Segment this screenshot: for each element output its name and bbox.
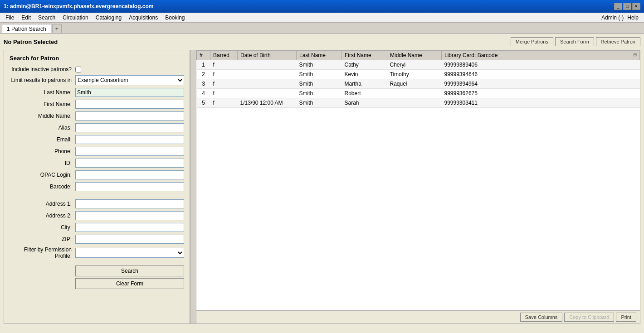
search-button[interactable]: Search	[75, 265, 184, 276]
results-area: # Barred Date of Birth Last Name First N…	[196, 50, 640, 310]
admin-menu[interactable]: Admin (-)	[601, 14, 624, 21]
cell-dob	[238, 89, 297, 98]
email-input[interactable]	[75, 135, 184, 144]
table-row[interactable]: 5 f 1/13/90 12:00 AM Smith Sarah 9999930…	[197, 98, 640, 108]
menu-acquisitions[interactable]: Acquisitions	[125, 14, 161, 22]
results-tbody: 1 f Smith Cathy Cheryl 99999389406 2 f S…	[197, 60, 640, 108]
clear-form-button[interactable]: Clear Form	[75, 278, 184, 289]
tab-bar: 1 Patron Search + ✕	[0, 23, 644, 34]
inactive-checkbox[interactable]	[75, 67, 81, 72]
copy-to-clipboard-button[interactable]: Copy to Clipboard	[564, 313, 614, 322]
form-row-last-name: Last Name:	[10, 88, 184, 97]
middle-name-input[interactable]	[75, 111, 184, 121]
form-row-barcode: Barcode:	[10, 182, 184, 191]
address1-input[interactable]	[75, 199, 184, 208]
main-content: No Patron Selected Merge Patrons Search …	[0, 34, 644, 333]
search-form-title: Search for Patron	[10, 55, 184, 62]
cell-num: 1	[197, 60, 210, 70]
permission-select[interactable]	[75, 248, 184, 258]
cell-num: 5	[197, 98, 210, 108]
cell-middlename	[387, 98, 442, 108]
table-row[interactable]: 1 f Smith Cathy Cheryl 99999389406	[197, 60, 640, 70]
window-controls: _ □ ✕	[614, 3, 640, 10]
col-header-middlename[interactable]: Middle Name	[387, 51, 442, 60]
id-input[interactable]	[75, 159, 184, 168]
table-row[interactable]: 3 f Smith Martha Raquel 99999394964	[197, 79, 640, 89]
cell-firstname: Martha	[342, 79, 387, 89]
label-last-name: Last Name:	[10, 89, 75, 96]
form-row-id: ID:	[10, 159, 184, 168]
cell-barcode: 99999394646	[442, 70, 640, 79]
cell-barred: f	[210, 70, 238, 79]
cell-dob	[238, 70, 297, 79]
results-table: # Barred Date of Birth Last Name First N…	[196, 50, 640, 108]
search-form-button[interactable]: Search Form	[555, 37, 594, 46]
cell-num: 3	[197, 79, 210, 89]
table-row[interactable]: 2 f Smith Kevin Timothy 99999394646	[197, 70, 640, 79]
minimize-button[interactable]: _	[614, 3, 622, 10]
barcode-input[interactable]	[75, 182, 184, 191]
label-address2: Address 2:	[10, 212, 75, 219]
merge-patrons-button[interactable]: Merge Patrons	[511, 37, 553, 46]
cell-dob: 1/13/90 12:00 AM	[238, 98, 297, 108]
col-header-barred[interactable]: Barred	[210, 51, 238, 60]
table-row[interactable]: 4 f Smith Robert 99999362675	[197, 89, 640, 98]
cell-middlename: Raquel	[387, 79, 442, 89]
cell-barred: f	[210, 89, 238, 98]
scroll-divider	[190, 50, 196, 323]
form-row-address2: Address 2:	[10, 211, 184, 220]
cell-middlename: Cheryl	[387, 60, 442, 70]
form-row-zip: ZIP:	[10, 235, 184, 244]
cell-barred: f	[210, 60, 238, 70]
last-name-input[interactable]	[75, 88, 184, 97]
search-panel: Search for Patron Include inactive patro…	[4, 50, 190, 323]
col-header-dob[interactable]: Date of Birth	[238, 51, 297, 60]
alias-input[interactable]	[75, 123, 184, 132]
menu-cataloging[interactable]: Cataloging	[92, 14, 125, 22]
cell-dob	[238, 79, 297, 89]
label-city: City:	[10, 224, 75, 231]
zip-input[interactable]	[75, 235, 184, 244]
cell-lastname: Smith	[297, 98, 342, 108]
form-row-phone: Phone:	[10, 147, 184, 156]
bottom-bar: Save Columns Copy to Clipboard Print	[196, 310, 640, 323]
opac-input[interactable]	[75, 170, 184, 179]
phone-input[interactable]	[75, 147, 184, 156]
cell-lastname: Smith	[297, 70, 342, 79]
cell-num: 2	[197, 70, 210, 79]
col-header-lastname[interactable]: Last Name	[297, 51, 342, 60]
help-menu[interactable]: Help	[627, 14, 639, 21]
col-header-firstname[interactable]: First Name	[342, 51, 387, 60]
menu-file[interactable]: File	[2, 14, 18, 22]
city-input[interactable]	[75, 223, 184, 232]
cell-firstname: Sarah	[342, 98, 387, 108]
limit-select[interactable]: Example Consortium	[75, 75, 184, 85]
cell-firstname: Robert	[342, 89, 387, 98]
menu-bar: File Edit Search Circulation Cataloging …	[0, 13, 644, 23]
address2-input[interactable]	[75, 211, 184, 220]
menu-right: Admin (-) Help	[601, 14, 642, 21]
form-row-address1: Address 1:	[10, 199, 184, 208]
tab-new[interactable]: +	[52, 24, 62, 33]
menu-booking[interactable]: Booking	[161, 14, 188, 22]
print-button[interactable]: Print	[616, 313, 636, 322]
tab-patron-search[interactable]: 1 Patron Search	[2, 24, 51, 33]
menu-edit[interactable]: Edit	[18, 14, 34, 22]
form-row-middle-name: Middle Name:	[10, 111, 184, 121]
no-patron-label: No Patron Selected	[4, 39, 58, 45]
menu-search[interactable]: Search	[34, 14, 59, 22]
close-button[interactable]: ✕	[632, 3, 640, 10]
first-name-input[interactable]	[75, 100, 184, 109]
cell-lastname: Smith	[297, 79, 342, 89]
cell-lastname: Smith	[297, 89, 342, 98]
save-columns-button[interactable]: Save Columns	[520, 313, 563, 322]
retrieve-patron-button[interactable]: Retrieve Patron	[596, 37, 640, 46]
content-area: Search for Patron Include inactive patro…	[4, 50, 640, 324]
col-header-num[interactable]: #	[197, 51, 210, 60]
col-header-barcode[interactable]: Library Card: Barcode ⊞	[442, 51, 640, 60]
maximize-button[interactable]: □	[623, 3, 631, 10]
cell-middlename	[387, 89, 442, 98]
menu-circulation[interactable]: Circulation	[59, 14, 92, 22]
menu-items: File Edit Search Circulation Cataloging …	[2, 14, 189, 22]
form-row-alias: Alias:	[10, 123, 184, 132]
